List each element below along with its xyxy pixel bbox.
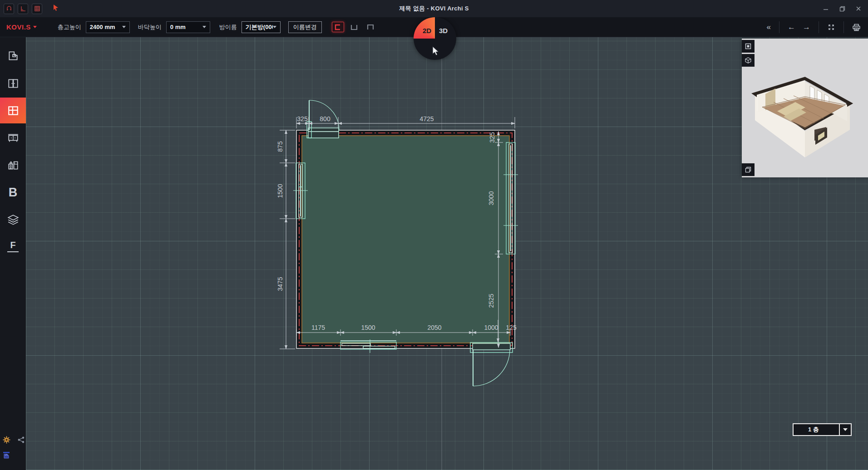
wall-mode-c-button[interactable] (332, 22, 344, 32)
svg-text:125: 125 (506, 324, 517, 331)
floor-selector[interactable]: 1 층 (793, 423, 852, 436)
layers-icon (7, 214, 20, 226)
sidebar-item-furniture[interactable] (0, 125, 26, 151)
svg-text:4725: 4725 (419, 115, 434, 122)
ceiling-height-label: 층고높이 (58, 23, 81, 31)
divider (779, 21, 779, 33)
svg-text:325: 325 (297, 115, 308, 122)
floor-selector-caret[interactable] (839, 424, 851, 435)
n-wall-icon (367, 24, 374, 30)
svg-text:1000: 1000 (484, 324, 498, 331)
grid-icon (34, 5, 40, 12)
divider (843, 21, 844, 33)
collapse-panel-button[interactable]: « (763, 23, 774, 32)
sidebar-item-door[interactable] (0, 70, 26, 96)
chevron-down-icon (273, 26, 276, 28)
u-wall-icon (350, 24, 358, 30)
window-tool-icon (6, 104, 20, 117)
c-wall-icon (334, 24, 341, 30)
chevron-down-icon (202, 26, 206, 28)
floor-height-value: 0 mm (170, 24, 186, 30)
floor-selector-value: 1 층 (808, 426, 839, 434)
sidebar-item-kitchen[interactable] (0, 152, 26, 178)
brand-label: KOVI.S (6, 23, 31, 31)
share-icon[interactable] (18, 436, 25, 445)
svg-text:1500: 1500 (276, 184, 284, 198)
frame-icon (745, 43, 751, 49)
snap-magnet-button[interactable] (4, 4, 14, 14)
room-area[interactable] (302, 136, 509, 343)
left-sidebar: B F (0, 37, 26, 470)
bottom-left-tools (3, 436, 25, 461)
chevron-down-icon (122, 26, 126, 28)
redo-button[interactable]: → (799, 23, 814, 32)
door-tool-icon (7, 77, 20, 90)
svg-text:800: 800 (320, 115, 330, 122)
rename-button[interactable]: 이름변경 (288, 21, 322, 33)
door-bottom[interactable] (470, 343, 513, 386)
settings-gear-icon[interactable] (3, 436, 10, 446)
ceiling-height-value: 2400 mm (90, 24, 115, 30)
preview-3d-panel[interactable] (742, 39, 868, 177)
floor-f-icon: F (7, 240, 18, 252)
angle-guide-button[interactable] (18, 4, 28, 14)
sidebar-item-bold-text[interactable]: B (0, 180, 26, 206)
fullscreen-icon (827, 23, 835, 31)
room-name-label: 방이름 (219, 23, 237, 31)
preview-cube-button[interactable] (742, 54, 755, 67)
grid-toggle-button[interactable] (32, 4, 42, 14)
brand-menu[interactable]: KOVI.S (6, 23, 37, 31)
svg-text:3475: 3475 (276, 277, 284, 291)
maximize-button[interactable] (835, 2, 849, 15)
wall-mode-u-button[interactable] (348, 22, 360, 32)
pointer-flag-icon[interactable] (52, 4, 59, 14)
svg-text:2050: 2050 (427, 324, 441, 331)
divider (819, 21, 819, 33)
floor-plan: 325 800 4725 875 1500 3475 325 3000 2525… (0, 0, 868, 470)
bold-b-icon: B (9, 186, 18, 200)
mouse-cursor (430, 45, 439, 58)
svg-text:2525: 2525 (488, 294, 495, 308)
svg-text:325: 325 (488, 132, 496, 143)
print-button[interactable] (848, 24, 864, 31)
preview-detach-button[interactable] (742, 163, 755, 176)
titlebar: 제목 없음 - KOVI Archi S (0, 0, 868, 17)
brand-caret-icon (33, 26, 37, 28)
preview-3d-render (742, 39, 868, 177)
undo-button[interactable]: ← (784, 23, 799, 32)
detach-window-icon (745, 166, 751, 173)
capture-icon[interactable] (3, 453, 11, 460)
toggle-3d-button[interactable]: 3D (439, 27, 448, 34)
chevron-down-icon (843, 428, 848, 431)
furniture-tool-icon (7, 132, 20, 144)
fullscreen-button[interactable] (824, 23, 839, 31)
preview-frame-button[interactable] (742, 40, 755, 53)
svg-text:3000: 3000 (488, 191, 495, 205)
angle-ruler-icon (20, 5, 26, 12)
minimize-button[interactable] (819, 2, 833, 15)
room-tool-icon (7, 49, 20, 62)
svg-text:1500: 1500 (361, 324, 375, 331)
app-window: 325 800 4725 875 1500 3475 325 3000 2525… (0, 0, 868, 470)
svg-text:1175: 1175 (311, 324, 325, 331)
sidebar-item-room[interactable] (0, 43, 26, 69)
wall-mode-n-button[interactable] (365, 22, 377, 32)
close-button[interactable] (852, 2, 865, 15)
ceiling-height-dropdown[interactable]: 2400 mm (86, 21, 130, 33)
cube-icon (745, 57, 751, 64)
magnet-icon (6, 5, 12, 12)
kitchen-tool-icon (7, 159, 20, 171)
floor-height-dropdown[interactable]: 0 mm (166, 21, 210, 33)
printer-icon (852, 24, 861, 31)
room-name-value: 기본방(0001 (246, 23, 273, 31)
sidebar-item-floor[interactable]: F (0, 233, 26, 259)
room-name-dropdown[interactable]: 기본방(0001 (242, 21, 281, 33)
svg-text:875: 875 (276, 141, 284, 152)
sidebar-item-layers[interactable] (0, 207, 26, 233)
floor-height-label: 바닥높이 (138, 23, 162, 31)
window-title: 제목 없음 - KOVI Archi S (0, 5, 868, 13)
sidebar-item-window[interactable] (0, 98, 26, 123)
toggle-2d-button[interactable]: 2D (423, 27, 431, 34)
